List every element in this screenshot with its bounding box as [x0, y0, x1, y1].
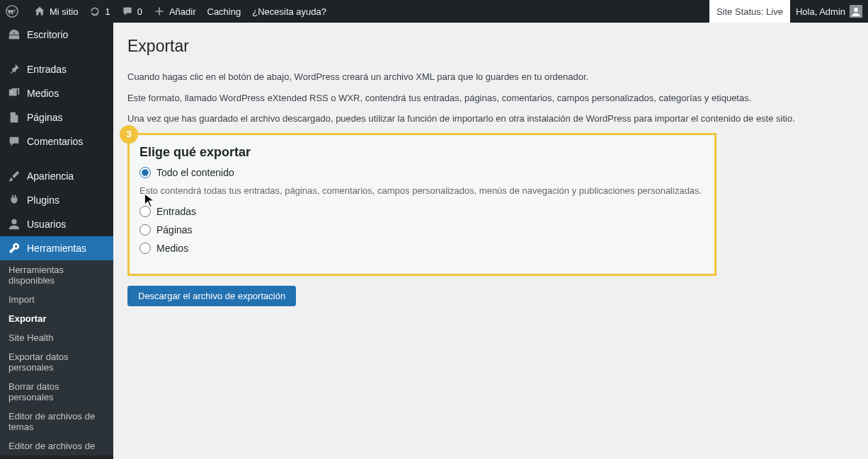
radio-pages[interactable]: [139, 224, 151, 236]
brush-icon: [7, 170, 21, 182]
option-all-hint: Esto contendrá todas tus entradas, págin…: [139, 185, 704, 196]
page-icon: [7, 111, 21, 124]
admin-bar: Mi sitio 1 0 Añadir Caching ¿Necesita ay…: [0, 0, 868, 23]
radio-posts[interactable]: [139, 206, 151, 217]
home-icon: [34, 6, 45, 17]
sidebar-item-pages[interactable]: Páginas: [0, 105, 113, 129]
sidebar-item-plugins[interactable]: Plugins: [0, 188, 113, 212]
submenu-site-health[interactable]: Site Health: [0, 328, 113, 347]
svg-point-1: [854, 8, 858, 12]
updates-count: 1: [105, 6, 110, 17]
user-greeting: Hola, Admin: [796, 6, 845, 17]
media-icon: [7, 87, 21, 100]
sidebar-item-media[interactable]: Medios: [0, 81, 113, 105]
submenu-import[interactable]: Import: [0, 290, 113, 309]
section-title: Elige qué exportar: [139, 145, 704, 160]
comments-link[interactable]: 0: [116, 0, 148, 23]
svg-rect-2: [9, 35, 19, 39]
sidebar-item-dashboard[interactable]: Escritorio: [0, 23, 113, 47]
comments-icon: [7, 135, 21, 148]
sidebar-item-tools[interactable]: Herramientas: [0, 236, 113, 260]
description-2: Este formato, llamado WordPress eXtended…: [127, 91, 854, 105]
step-badge: 3: [120, 125, 138, 144]
users-icon: [7, 218, 21, 231]
submenu-export-personal[interactable]: Exportar datos personales: [0, 347, 113, 377]
help-link[interactable]: ¿Necesita ayuda?: [246, 0, 332, 23]
submenu-available-tools[interactable]: Herramientas disponibles: [0, 260, 113, 290]
export-options-box: 3 Elige qué exportar Todo el contenido E…: [127, 133, 716, 276]
option-pages[interactable]: Páginas: [139, 224, 704, 236]
option-all-content[interactable]: Todo el contenido: [139, 167, 704, 178]
admin-sidebar: Escritorio Entradas Medios Páginas Comen…: [0, 23, 113, 459]
sidebar-item-comments[interactable]: Comentarios: [0, 129, 113, 153]
sidebar-item-posts[interactable]: Entradas: [0, 57, 113, 81]
svg-point-3: [11, 91, 13, 93]
update-icon: [89, 6, 101, 17]
submenu-erase-personal[interactable]: Borrar datos personales: [0, 377, 113, 407]
sidebar-item-users[interactable]: Usuarios: [0, 212, 113, 236]
submenu-plugin-editor[interactable]: Editor de archivos de: [0, 436, 113, 455]
wp-logo[interactable]: [0, 0, 28, 23]
sidebar-item-appearance[interactable]: Apariencia: [0, 164, 113, 188]
radio-media[interactable]: [139, 243, 151, 254]
plugin-icon: [7, 194, 21, 207]
tools-submenu: Herramientas disponibles Import Exportar…: [0, 260, 113, 455]
description-3: Una vez que has guardado el archivo desc…: [127, 112, 854, 126]
radio-all[interactable]: [139, 167, 151, 178]
site-name: Mi sitio: [50, 6, 78, 17]
user-account[interactable]: Hola, Admin: [790, 0, 868, 23]
comment-icon: [122, 6, 133, 17]
submenu-export[interactable]: Exportar: [0, 309, 113, 328]
option-posts[interactable]: Entradas: [139, 206, 704, 217]
description-1: Cuando hagas clic en el botón de abajo, …: [127, 70, 854, 84]
site-name-link[interactable]: Mi sitio: [28, 0, 84, 23]
updates-link[interactable]: 1: [84, 0, 115, 23]
add-new-label: Añadir: [169, 6, 196, 17]
option-media[interactable]: Medios: [139, 243, 704, 254]
caching-link[interactable]: Caching: [202, 0, 247, 23]
submenu-theme-editor[interactable]: Editor de archivos de temas: [0, 407, 113, 436]
site-status[interactable]: Site Status: Live: [709, 0, 790, 23]
comments-count: 0: [137, 6, 142, 17]
download-export-button[interactable]: Descargar el archivo de exportación: [127, 286, 296, 306]
svg-point-4: [11, 219, 16, 224]
wrench-icon: [7, 242, 21, 255]
avatar-icon: [850, 5, 862, 18]
main-content: Exportar Cuando hagas clic en el botón d…: [113, 23, 868, 459]
page-title: Exportar: [127, 23, 854, 63]
wordpress-icon: [6, 5, 18, 18]
add-new-link[interactable]: Añadir: [148, 0, 202, 23]
dashboard-icon: [7, 28, 21, 41]
plus-icon: [154, 6, 165, 17]
pin-icon: [7, 63, 21, 76]
